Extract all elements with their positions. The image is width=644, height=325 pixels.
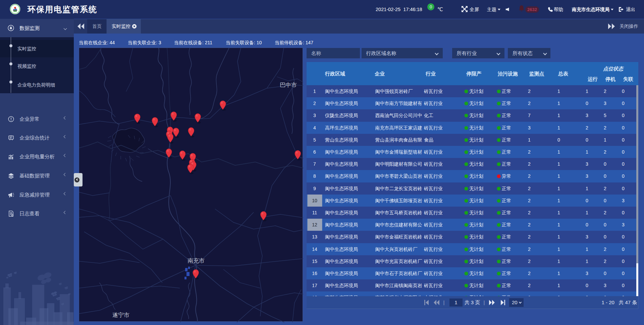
svg-text:南充市: 南充市 [187,258,205,264]
svg-text:遂宁市: 遂宁市 [112,312,129,318]
svg-text:巴中市: 巴中市 [280,82,297,88]
